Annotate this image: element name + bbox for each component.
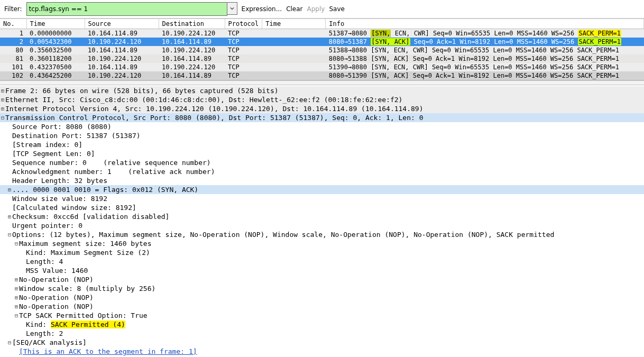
tcp-cwin[interactable]: [Calculated window size: 8192] xyxy=(0,203,644,212)
packet-row[interactable]: 810.36011820010.190.224.12010.164.114.89… xyxy=(0,54,644,63)
opt-nop3[interactable]: ⊞No-Operation (NOP) xyxy=(0,302,644,311)
tree-twisty[interactable]: ⊞ xyxy=(7,212,12,221)
apply-button[interactable]: Apply xyxy=(307,5,325,13)
tree-twisty[interactable]: ⊟ xyxy=(7,338,12,347)
tcp-checksum[interactable]: ⊞Checksum: 0xcc6d [validation disabled] xyxy=(0,212,644,221)
tree-twisty[interactable]: ⊞ xyxy=(0,104,5,113)
tree-label: [Stream index: 0] xyxy=(12,140,82,149)
flag-badge: [SYN, xyxy=(371,72,390,79)
packet-row[interactable]: 1010.43237050010.164.114.8910.190.224.12… xyxy=(0,63,644,71)
packet-info: 51388→8080 [SYN, ECN, CWR] Seq=0 Win=655… xyxy=(326,46,644,54)
tree-twisty[interactable]: ⊟ xyxy=(14,311,19,320)
opt-wscale[interactable]: ⊞Window scale: 8 (multiply by 256) xyxy=(0,284,644,293)
tcp-urgent[interactable]: Urgent pointer: 0 xyxy=(0,221,644,230)
tcp-win[interactable]: Window size value: 8192 xyxy=(0,194,644,203)
opt-mss-len[interactable]: Length: 4 xyxy=(0,257,644,266)
filter-dropdown-button[interactable] xyxy=(227,2,237,15)
opt-nop1[interactable]: ⊞No-Operation (NOP) xyxy=(0,275,644,284)
tree-twisty[interactable]: ⊞ xyxy=(14,302,19,311)
packet-row[interactable]: 800.35603250010.164.114.8910.190.224.120… xyxy=(0,46,644,54)
ethernet-summary[interactable]: ⊞Ethernet II, Src: Cisco_c8:dc:00 (00:1d… xyxy=(0,95,644,104)
packet-cell: 0.356032500 xyxy=(26,46,85,54)
tcp-options[interactable]: ⊟Options: (12 bytes), Maximum segment si… xyxy=(0,230,644,239)
tree-twisty[interactable]: ⊞ xyxy=(14,293,19,302)
sack-badge: SACK_PERM=1 xyxy=(578,38,621,45)
tree-twisty[interactable]: ⊟ xyxy=(14,239,19,248)
tcp-seglen[interactable]: [TCP Segment Len: 0] xyxy=(0,149,644,158)
ip-summary[interactable]: ⊞Internet Protocol Version 4, Src: 10.19… xyxy=(0,104,644,113)
col-time2[interactable]: Time xyxy=(262,19,326,29)
chevron-down-icon xyxy=(230,6,234,11)
tcp-seq[interactable]: Sequence number: 0 (relative sequence nu… xyxy=(0,158,644,167)
col-proto[interactable]: Protocol xyxy=(225,19,262,29)
tree-label: .... 0000 0001 0010 = Flags: 0x012 (SYN,… xyxy=(12,185,198,194)
opt-nop2[interactable]: ⊞No-Operation (NOP) xyxy=(0,293,644,302)
packet-cell: 10.190.224.120 xyxy=(159,63,225,71)
packet-row[interactable]: 20.00543230010.190.224.12010.164.114.89T… xyxy=(0,38,644,46)
packet-row[interactable]: 10.00000000010.164.114.8910.190.224.120T… xyxy=(0,29,644,38)
tree-label: Acknowledgment number: 1 (relative ack n… xyxy=(12,167,215,176)
seqack[interactable]: ⊟[SEQ/ACK analysis] xyxy=(0,338,644,347)
save-button[interactable]: Save xyxy=(329,5,344,13)
packet-cell xyxy=(262,63,326,71)
expression-button[interactable]: Expression... xyxy=(242,5,282,13)
packet-row[interactable]: 1020.43642520010.190.224.12010.164.114.8… xyxy=(0,71,644,80)
clear-button[interactable]: Clear xyxy=(286,5,302,13)
tree-label: No-Operation (NOP) xyxy=(19,293,94,302)
packet-cell: 10.164.114.89 xyxy=(159,71,225,80)
packet-cell: 0.436425200 xyxy=(26,71,85,80)
tree-twisty xyxy=(21,320,26,329)
tcp-summary[interactable]: ⊟Transmission Control Protocol, Src Port… xyxy=(0,113,644,122)
frame-summary[interactable]: ⊞Frame 2: 66 bytes on wire (528 bits), 6… xyxy=(0,86,644,95)
opt-sackperm-len[interactable]: Length: 2 xyxy=(0,329,644,338)
packet-details: ⊞Frame 2: 66 bytes on wire (528 bits), 6… xyxy=(0,85,644,357)
packet-info: 8080→51388 [SYN, ACK] Seq=0 Ack=1 Win=81… xyxy=(326,54,644,63)
packet-cell: 0.360118200 xyxy=(26,54,85,63)
packet-cell xyxy=(262,38,326,46)
packet-cell: 2 xyxy=(0,38,26,46)
filter-input[interactable] xyxy=(26,2,227,16)
tcp-srcport[interactable]: Source Port: 8080 (8080) xyxy=(0,122,644,131)
col-src[interactable]: Source xyxy=(85,19,159,29)
tree-label: [This is an ACK to the segment in frame:… xyxy=(19,347,197,356)
tree-twisty[interactable]: ⊞ xyxy=(14,284,19,293)
packet-cell xyxy=(262,71,326,80)
packet-cell: 10.190.224.120 xyxy=(159,29,225,38)
packet-cell: 10.164.114.89 xyxy=(159,38,225,46)
tcp-stream[interactable]: [Stream index: 0] xyxy=(0,140,644,149)
packet-cell: 10.190.224.120 xyxy=(159,46,225,54)
tree-label: Checksum: 0xcc6d [validation disabled] xyxy=(12,212,169,221)
tcp-dstport[interactable]: Destination Port: 51387 (51387) xyxy=(0,131,644,140)
tree-label: Maximum segment size: 1460 bytes xyxy=(19,239,151,248)
flag-badge: [SYN, xyxy=(371,55,390,62)
opt-mss-val[interactable]: MSS Value: 1460 xyxy=(0,266,644,275)
tree-twisty xyxy=(21,329,26,338)
tcp-hlen[interactable]: Header Length: 32 bytes xyxy=(0,176,644,185)
tree-twisty xyxy=(7,176,12,185)
col-dst[interactable]: Destination xyxy=(159,19,225,29)
frame-link[interactable]: [This is an ACK to the segment in frame:… xyxy=(19,347,197,355)
tree-label: MSS Value: 1460 xyxy=(26,266,88,275)
opt-sackperm-kind[interactable]: Kind: SACK Permitted (4) xyxy=(0,320,644,329)
tree-twisty[interactable]: ⊟ xyxy=(0,113,5,122)
tree-twisty[interactable]: ⊞ xyxy=(0,86,5,95)
col-no[interactable]: No. xyxy=(0,19,26,29)
tree-twisty xyxy=(21,248,26,257)
col-time[interactable]: Time xyxy=(26,19,85,29)
col-info[interactable]: Info xyxy=(326,19,644,29)
opt-sackperm[interactable]: ⊟TCP SACK Permitted Option: True xyxy=(0,311,644,320)
tcp-flags[interactable]: ⊞.... 0000 0001 0010 = Flags: 0x012 (SYN… xyxy=(0,185,644,194)
opt-mss-kind[interactable]: Kind: Maximum Segment Size (2) xyxy=(0,248,644,257)
flag-badge: [SYN, ACK] xyxy=(371,38,410,45)
pane-splitter[interactable] xyxy=(0,80,644,85)
opt-mss[interactable]: ⊟Maximum segment size: 1460 bytes xyxy=(0,239,644,248)
tree-twisty xyxy=(14,347,19,356)
tree-twisty[interactable]: ⊞ xyxy=(14,275,19,284)
tree-label: TCP SACK Permitted Option: True xyxy=(19,311,148,320)
tree-label: Ethernet II, Src: Cisco_c8:dc:00 (00:1d:… xyxy=(5,95,402,104)
tree-twisty[interactable]: ⊟ xyxy=(7,230,12,239)
tcp-ack[interactable]: Acknowledgment number: 1 (relative ack n… xyxy=(0,167,644,176)
tree-twisty[interactable]: ⊞ xyxy=(7,185,12,194)
tree-twisty[interactable]: ⊞ xyxy=(0,95,5,104)
seqack-link[interactable]: [This is an ACK to the segment in frame:… xyxy=(0,347,644,356)
